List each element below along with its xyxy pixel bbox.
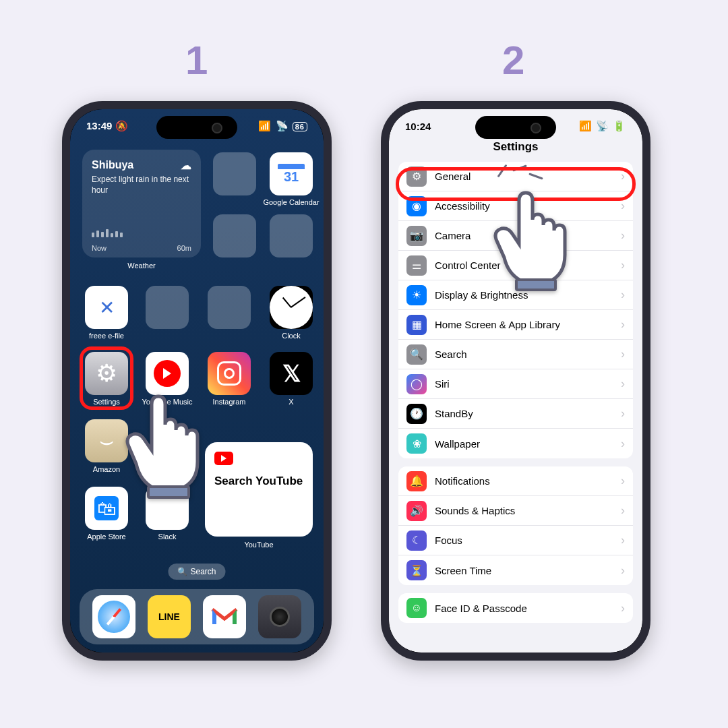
slack-label: Slack: [138, 533, 197, 541]
iphone-home-screen: 13:49 🔕 📶 📡 86 Shibuya☁ Expect light rai…: [62, 101, 332, 661]
weather-city: Shibuya: [92, 159, 133, 172]
chevron-right-icon: ›: [621, 258, 625, 272]
settings-group-2: 🔔Notifications› 🔊Sounds & Haptics› ☾Focu…: [398, 466, 633, 585]
row-standby[interactable]: 🕐StandBy›: [398, 399, 633, 429]
step-number-1: 1: [185, 37, 208, 84]
search-icon: 🔍: [406, 344, 427, 365]
wifi-icon: 📡: [596, 120, 609, 131]
line-icon[interactable]: LINE: [148, 595, 191, 638]
folder-icon-4[interactable]: [146, 286, 189, 329]
row-general[interactable]: ⚙General›: [398, 162, 633, 191]
spotlight-search[interactable]: 🔍Search: [168, 564, 225, 580]
switches-icon: ⚌: [406, 255, 427, 276]
row-sounds[interactable]: 🔊Sounds & Haptics›: [398, 496, 633, 526]
slack-icon[interactable]: ❋: [146, 487, 189, 530]
ytmusic-icon[interactable]: [146, 352, 189, 395]
signal-icon: 📶: [579, 120, 593, 131]
iphone-settings-screen: 10:24 📶 📡 🔋 Settings ⚙General› ◉Accessib…: [381, 101, 650, 661]
dock: LINE: [80, 589, 314, 644]
settings-app-icon[interactable]: ⚙: [85, 352, 128, 395]
row-focus[interactable]: ☾Focus›: [398, 526, 633, 555]
chevron-right-icon: ›: [621, 437, 625, 451]
speaker-icon: 🔊: [406, 501, 427, 521]
chevron-right-icon: ›: [621, 474, 625, 488]
row-accessibility[interactable]: ◉Accessibility›: [398, 191, 633, 221]
youtube-widget[interactable]: Search YouTube: [205, 442, 313, 537]
gcal-label: Google Calendar: [262, 198, 321, 206]
safari-icon[interactable]: [92, 595, 135, 638]
weather-desc: Expect light rain in the next hour: [92, 175, 191, 195]
freee-label: freee e-file: [77, 332, 136, 340]
settings-title: Settings: [389, 140, 642, 154]
hourglass-icon: ⏳: [406, 560, 427, 580]
row-screen-time[interactable]: ⏳Screen Time›: [398, 555, 633, 585]
chevron-right-icon: ›: [621, 533, 625, 547]
x-icon[interactable]: 𝕏: [270, 352, 313, 395]
gmail-icon[interactable]: [203, 595, 246, 638]
folder-icon-3[interactable]: [270, 214, 313, 257]
siri-icon: ◯: [406, 374, 427, 394]
chevron-right-icon: ›: [621, 377, 625, 391]
clock-label: Clock: [262, 332, 321, 340]
row-search[interactable]: 🔍Search›: [398, 340, 633, 369]
youtube-icon: [214, 452, 233, 465]
battery-icon: 🔋: [613, 120, 626, 131]
accessibility-icon: ◉: [406, 196, 427, 216]
row-display[interactable]: ☀Display & Brightness›: [398, 280, 633, 310]
instagram-icon[interactable]: [208, 352, 251, 395]
wifi-icon: 📡: [276, 120, 289, 131]
applestore-label: Apple Store: [77, 533, 136, 541]
chevron-right-icon: ›: [621, 288, 625, 302]
row-siri[interactable]: ◯Siri›: [398, 369, 633, 399]
weather-widget[interactable]: Shibuya☁ Expect light rain in the next h…: [82, 150, 201, 257]
clock-icon[interactable]: [270, 286, 313, 329]
camera-icon: 📷: [406, 226, 427, 246]
gear-icon: ⚙: [406, 166, 427, 187]
dynamic-island: [156, 116, 237, 139]
row-camera[interactable]: 📷Camera›: [398, 221, 633, 251]
weather-label: Weather: [112, 262, 171, 270]
youtube-label: YouTube: [229, 541, 289, 549]
faceid-icon: ☺: [406, 598, 427, 618]
chevron-right-icon: ›: [621, 504, 625, 518]
search-icon: 🔍: [177, 567, 187, 576]
brightness-icon: ☀: [406, 285, 427, 305]
chevron-right-icon: ›: [621, 347, 625, 361]
chevron-right-icon: ›: [621, 317, 625, 332]
signal-icon: 📶: [258, 120, 272, 131]
applestore-icon[interactable]: 🛍: [85, 487, 128, 530]
youtube-widget-text: Search YouTube: [214, 475, 303, 488]
chevron-right-icon: ›: [621, 169, 625, 183]
freee-icon[interactable]: ✕: [85, 286, 128, 329]
ytmusic-label: YouTube Music: [138, 398, 197, 406]
folder-icon[interactable]: [213, 152, 256, 195]
settings-label: Settings: [77, 398, 136, 406]
moon-icon: ☾: [406, 530, 427, 551]
silent-icon: 🔕: [115, 120, 128, 131]
step-number-2: 2: [502, 37, 524, 84]
wallpaper-icon: ❀: [406, 433, 427, 454]
standby-icon: 🕐: [406, 404, 427, 424]
folder-icon-2[interactable]: [213, 214, 256, 257]
folder-icon-5[interactable]: [208, 286, 251, 329]
google-calendar-icon[interactable]: 31: [270, 152, 313, 195]
row-wallpaper[interactable]: ❀Wallpaper›: [398, 429, 633, 458]
chevron-right-icon: ›: [621, 406, 625, 421]
grid-icon: ▦: [406, 315, 427, 335]
status-time: 13:49: [86, 120, 112, 131]
amazon-label: Amazon: [77, 465, 136, 473]
settings-group-1: ⚙General› ◉Accessibility› 📷Camera› ⚌Cont…: [398, 162, 633, 458]
battery-indicator: 86: [293, 122, 307, 131]
camera-icon[interactable]: [258, 595, 301, 638]
row-home-screen[interactable]: ▦Home Screen & App Library›: [398, 310, 633, 340]
dynamic-island: [475, 116, 556, 139]
chevron-right-icon: ›: [621, 601, 625, 615]
chevron-right-icon: ›: [621, 564, 625, 578]
cloud-icon: ☁: [181, 159, 191, 172]
bell-icon: 🔔: [406, 471, 427, 491]
chevron-right-icon: ›: [621, 199, 625, 213]
row-notifications[interactable]: 🔔Notifications›: [398, 466, 633, 496]
row-faceid[interactable]: ☺Face ID & Passcode›: [398, 593, 633, 623]
row-control-center[interactable]: ⚌Control Center›: [398, 251, 633, 280]
amazon-icon[interactable]: ⌣: [85, 419, 128, 462]
